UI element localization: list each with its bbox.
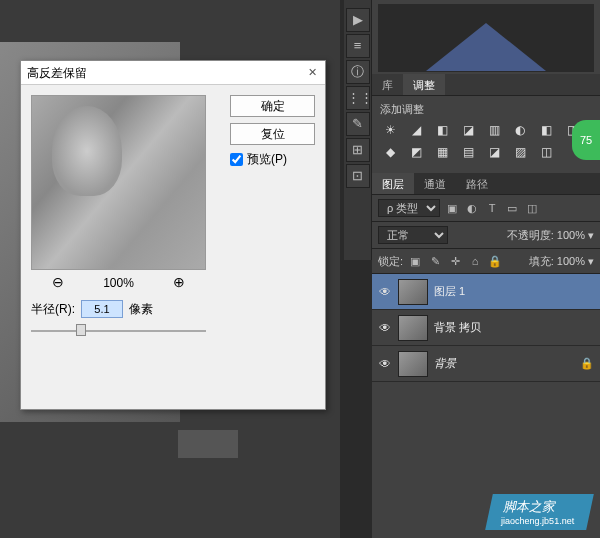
histogram[interactable] <box>378 4 594 72</box>
reset-button[interactable]: 复位 <box>230 123 315 145</box>
slider-track <box>31 330 206 332</box>
adj-colorlookup-icon[interactable]: ▦ <box>432 143 452 161</box>
filter-pixel-icon[interactable]: ▣ <box>444 200 460 216</box>
filter-smart-icon[interactable]: ◫ <box>524 200 540 216</box>
filter-type-icon[interactable]: T <box>484 200 500 216</box>
info-icon[interactable]: ⓘ <box>346 60 370 84</box>
layer-name[interactable]: 背景 <box>434 356 574 371</box>
high-pass-dialog: 高反差保留 ✕ ⊖ 100% ⊕ 半径(R): 像素 确定 复位 预览(P) <box>20 60 326 410</box>
grid-icon[interactable]: ⊞ <box>346 138 370 162</box>
lock-image-icon[interactable]: ✎ <box>427 253 443 269</box>
layer-name[interactable]: 图层 1 <box>434 284 594 299</box>
swatches-icon[interactable]: ⋮⋮ <box>346 86 370 110</box>
filter-preview[interactable] <box>31 95 206 270</box>
preview-checkbox-row[interactable]: 预览(P) <box>230 151 315 168</box>
layers-tabs: 图层 通道 路径 <box>372 173 600 195</box>
radius-input[interactable] <box>81 300 123 318</box>
lock-artboard-icon[interactable]: ⌂ <box>467 253 483 269</box>
layer-row[interactable]: 👁 背景 🔒 <box>372 346 600 382</box>
visibility-icon[interactable]: 👁 <box>378 285 392 299</box>
filter-adj-icon[interactable]: ◐ <box>464 200 480 216</box>
tool-column: ▶ ≡ ⓘ ⋮⋮ ✎ ⊞ ⊡ <box>344 0 372 260</box>
adjustments-tabs: 库 调整 <box>372 74 600 96</box>
opacity-value[interactable]: 100% <box>557 229 585 241</box>
lock-label: 锁定: <box>378 254 403 269</box>
radius-slider[interactable] <box>31 322 206 340</box>
adj-colorbalance-icon[interactable]: ◧ <box>536 121 556 139</box>
tab-library[interactable]: 库 <box>372 74 403 95</box>
filter-shape-icon[interactable]: ▭ <box>504 200 520 216</box>
histogram-icon[interactable]: ≡ <box>346 34 370 58</box>
dialog-title-text: 高反差保留 <box>27 66 87 80</box>
zoom-level: 100% <box>103 276 134 290</box>
adj-brightness-icon[interactable]: ☀ <box>380 121 400 139</box>
fill-value[interactable]: 100% <box>557 255 585 267</box>
canvas-swatch <box>178 430 238 458</box>
play-icon[interactable]: ▶ <box>346 8 370 32</box>
panel-icon[interactable]: ⊡ <box>346 164 370 188</box>
opacity-label: 不透明度: <box>507 229 554 241</box>
lock-position-icon[interactable]: ✛ <box>447 253 463 269</box>
slider-thumb[interactable] <box>76 324 86 336</box>
adj-threshold-icon[interactable]: ▨ <box>510 143 530 161</box>
tab-adjustments[interactable]: 调整 <box>403 74 445 95</box>
layer-row[interactable]: 👁 背景 拷贝 <box>372 310 600 346</box>
adj-levels-icon[interactable]: ◢ <box>406 121 426 139</box>
adj-vibrance-icon[interactable]: ▥ <box>484 121 504 139</box>
tab-channels[interactable]: 通道 <box>414 173 456 194</box>
tab-paths[interactable]: 路径 <box>456 173 498 194</box>
adj-channelmixer-icon[interactable]: ◩ <box>406 143 426 161</box>
layer-kind-select[interactable]: ρ 类型 <box>378 199 440 217</box>
layer-thumbnail[interactable] <box>398 279 428 305</box>
lock-icon: 🔒 <box>580 357 594 370</box>
adj-photofilter-icon[interactable]: ◆ <box>380 143 400 161</box>
adj-exposure-icon[interactable]: ◪ <box>458 121 478 139</box>
adj-curves-icon[interactable]: ◧ <box>432 121 452 139</box>
ok-button[interactable]: 确定 <box>230 95 315 117</box>
radius-unit: 像素 <box>129 301 153 318</box>
layer-row[interactable]: 👁 图层 1 <box>372 274 600 310</box>
visibility-icon[interactable]: 👁 <box>378 357 392 371</box>
preview-checkbox[interactable] <box>230 153 243 166</box>
lock-all-icon[interactable]: 🔒 <box>487 253 503 269</box>
adj-invert-icon[interactable]: ▤ <box>458 143 478 161</box>
layer-name[interactable]: 背景 拷贝 <box>434 320 594 335</box>
zoom-in-icon[interactable]: ⊕ <box>173 274 185 290</box>
lock-fill-row: 锁定: ▣ ✎ ✛ ⌂ 🔒 填充: 100% ▾ <box>372 249 600 274</box>
layers-list: 👁 图层 1 👁 背景 拷贝 👁 背景 🔒 <box>372 274 600 382</box>
watermark-url: jiaocheng.jb51.net <box>501 516 574 526</box>
adj-posterize-icon[interactable]: ◪ <box>484 143 504 161</box>
right-panel: 库 调整 添加调整 ☀ ◢ ◧ ◪ ▥ ◐ ◧ ◨ ◆ ◩ ▦ ▤ ◪ ▨ ◫ … <box>372 0 600 538</box>
layer-thumbnail[interactable] <box>398 351 428 377</box>
layer-filter-row: ρ 类型 ▣ ◐ T ▭ ◫ <box>372 195 600 222</box>
radius-label: 半径(R): <box>31 301 75 318</box>
status-badge[interactable]: 75 <box>572 120 600 160</box>
layer-thumbnail[interactable] <box>398 315 428 341</box>
adj-gradientmap-icon[interactable]: ◫ <box>536 143 556 161</box>
lock-transparent-icon[interactable]: ▣ <box>407 253 423 269</box>
watermark-text: 脚本之家 <box>503 499 558 514</box>
visibility-icon[interactable]: 👁 <box>378 321 392 335</box>
preview-label: 预览(P) <box>247 151 287 168</box>
blend-opacity-row: 正常 不透明度: 100% ▾ <box>372 222 600 249</box>
close-icon[interactable]: ✕ <box>303 63 321 81</box>
zoom-out-icon[interactable]: ⊖ <box>52 274 64 290</box>
watermark: 脚本之家 jiaocheng.jb51.net <box>485 494 594 530</box>
fill-label: 填充: <box>529 255 554 267</box>
tab-layers[interactable]: 图层 <box>372 173 414 194</box>
brush-icon[interactable]: ✎ <box>346 112 370 136</box>
add-adjustment-label: 添加调整 <box>372 96 600 121</box>
adjustment-grid: ☀ ◢ ◧ ◪ ▥ ◐ ◧ ◨ ◆ ◩ ▦ ▤ ◪ ▨ ◫ <box>372 121 600 167</box>
blend-mode-select[interactable]: 正常 <box>378 226 448 244</box>
adj-hue-icon[interactable]: ◐ <box>510 121 530 139</box>
dialog-titlebar[interactable]: 高反差保留 ✕ <box>21 61 325 85</box>
